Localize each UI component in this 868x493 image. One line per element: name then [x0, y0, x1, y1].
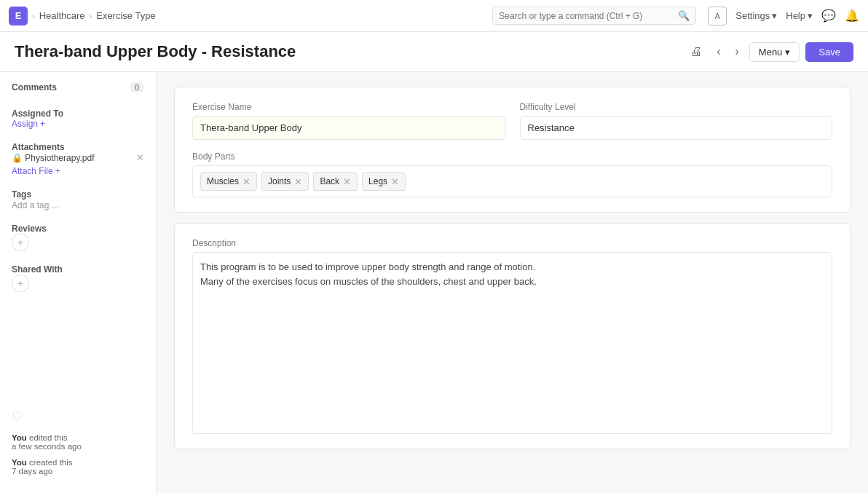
page-title: Thera-band Upper Body - Resistance: [15, 42, 296, 61]
attachment-file[interactable]: 🔒 Physiotherapy.pdf ✕: [12, 152, 144, 163]
tags-label: Tags: [12, 189, 144, 200]
main-content: Exercise Name Difficulty Level Body Part…: [157, 72, 868, 493]
shared-with-label: Shared With: [12, 264, 144, 275]
remove-chip-button[interactable]: ✕: [242, 177, 250, 186]
attach-file-button[interactable]: Attach File +: [12, 166, 144, 176]
add-shared-button[interactable]: +: [12, 275, 29, 292]
body-part-chip: Legs✕: [362, 172, 406, 191]
breadcrumb-healthcare[interactable]: Healthcare: [39, 10, 85, 21]
assign-button[interactable]: Assign +: [12, 119, 144, 129]
header-actions: 🖨 ‹ › Menu ▾ Save: [686, 42, 853, 62]
search-bar[interactable]: 🔍: [492, 7, 696, 25]
breadcrumb-exercise-type[interactable]: Exercise Type: [96, 10, 155, 21]
main-layout: Comments 0 Assigned To Assign + Attachme…: [0, 72, 868, 493]
nav-right-button[interactable]: ›: [731, 42, 743, 61]
comments-count: 0: [130, 82, 144, 92]
remove-chip-button[interactable]: ✕: [294, 177, 302, 186]
body-parts-container[interactable]: Muscles✕Joints✕Back✕Legs✕: [192, 165, 832, 197]
form-section-top: Exercise Name Difficulty Level Body Part…: [174, 87, 851, 213]
difficulty-input[interactable]: [520, 116, 833, 140]
activity-edited: You edited this a few seconds ago: [12, 433, 144, 451]
delete-attachment-button[interactable]: ✕: [136, 152, 144, 163]
attachments-label: Attachments: [12, 142, 144, 152]
activity-section: ♡ You edited this a few seconds ago You …: [12, 401, 144, 483]
reviews-label: Reviews: [12, 224, 144, 234]
description-label: Description: [192, 238, 832, 248]
attachments-section: Attachments 🔒 Physiotherapy.pdf ✕ Attach…: [12, 142, 144, 176]
sidebar: Comments 0 Assigned To Assign + Attachme…: [0, 72, 157, 493]
difficulty-level-group: Difficulty Level: [520, 102, 833, 140]
exercise-name-input[interactable]: [192, 116, 505, 140]
breadcrumb-chevron-1: ›: [32, 12, 35, 20]
add-review-button[interactable]: +: [12, 234, 29, 251]
reviews-section: Reviews +: [12, 224, 144, 251]
body-part-chip: Muscles✕: [200, 172, 257, 191]
add-tag-placeholder[interactable]: Add a tag ...: [12, 200, 59, 210]
top-nav: E › Healthcare › Exercise Type 🔍 A Setti…: [0, 0, 868, 32]
chat-icon[interactable]: 💬: [821, 9, 836, 23]
page-header: Thera-band Upper Body - Resistance 🖨 ‹ ›…: [0, 32, 868, 72]
form-row-names: Exercise Name Difficulty Level: [192, 102, 832, 140]
search-input[interactable]: [499, 11, 674, 21]
description-textarea[interactable]: [192, 252, 832, 434]
shared-with-section: Shared With +: [12, 264, 144, 292]
assigned-to-section: Assigned To Assign +: [12, 109, 144, 129]
difficulty-label: Difficulty Level: [520, 102, 833, 112]
description-section: Description: [174, 223, 851, 449]
comments-label: Comments: [12, 82, 57, 92]
help-button[interactable]: Help ▾: [786, 10, 813, 21]
menu-button[interactable]: Menu ▾: [749, 42, 800, 62]
remove-chip-button[interactable]: ✕: [391, 177, 399, 186]
nav-left-button[interactable]: ‹: [712, 42, 725, 61]
activity-created: You created this 7 days ago: [12, 458, 144, 476]
exercise-name-group: Exercise Name: [192, 102, 505, 140]
heart-icon: ♡: [12, 409, 144, 425]
remove-chip-button[interactable]: ✕: [343, 177, 351, 186]
exercise-name-label: Exercise Name: [192, 102, 505, 112]
search-icon: 🔍: [678, 10, 690, 21]
save-button[interactable]: Save: [805, 42, 853, 62]
body-part-chip: Back✕: [313, 172, 358, 191]
body-parts-label: Body Parts: [192, 151, 832, 162]
description-group: Description: [192, 238, 832, 434]
comments-section: Comments 0: [12, 82, 144, 95]
breadcrumb-chevron-2: ›: [90, 12, 92, 20]
settings-button[interactable]: Settings ▾: [735, 10, 777, 21]
nav-right-actions: A Settings ▾ Help ▾ 💬 🔔: [708, 7, 859, 25]
body-parts-group: Body Parts Muscles✕Joints✕Back✕Legs✕: [192, 151, 832, 197]
tags-section: Tags Add a tag ...: [12, 189, 144, 210]
bell-icon[interactable]: 🔔: [845, 9, 859, 23]
body-part-chip: Joints✕: [261, 172, 309, 191]
assigned-to-label: Assigned To: [12, 109, 144, 119]
print-button[interactable]: 🖨: [686, 42, 706, 61]
avatar[interactable]: A: [708, 7, 727, 25]
app-logo: E: [9, 7, 28, 25]
